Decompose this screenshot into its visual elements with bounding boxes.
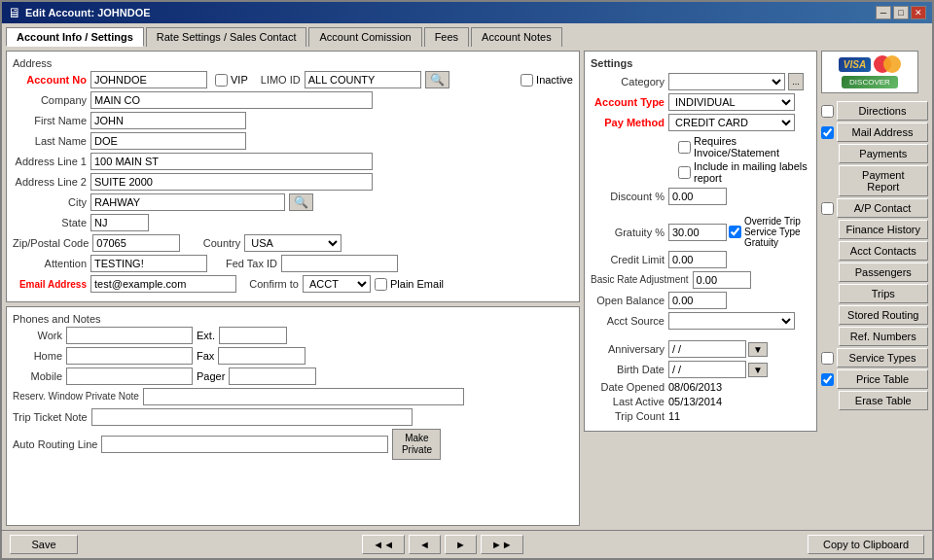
category-row: Category ... <box>591 73 810 90</box>
home-input[interactable] <box>66 347 193 365</box>
service-types-checkbox[interactable] <box>821 352 834 365</box>
category-select[interactable] <box>668 73 785 90</box>
mobile-input[interactable] <box>66 368 193 385</box>
first-name-row: First Name <box>13 112 573 129</box>
addr1-input[interactable] <box>90 153 373 170</box>
nav-last-button[interactable]: ►► <box>481 535 523 554</box>
nav-next-button[interactable]: ► <box>445 535 477 554</box>
service-types-button[interactable]: Service Types <box>837 348 928 368</box>
credit-limit-input[interactable] <box>668 251 727 268</box>
limo-search-button[interactable]: 🔍 <box>425 71 449 88</box>
addr2-input[interactable] <box>90 173 373 191</box>
birth-date-calendar-btn[interactable]: ▼ <box>748 363 768 377</box>
service-types-row: Service Types <box>821 348 928 368</box>
phones-label: Phones and Notes <box>13 313 573 325</box>
settings-label: Settings <box>591 57 810 69</box>
city-search-button[interactable]: 🔍 <box>289 193 313 211</box>
copy-to-clipboard-button[interactable]: Copy to Clipboard <box>808 535 924 554</box>
ext-input[interactable] <box>219 327 287 344</box>
directions-button[interactable]: Directions <box>837 101 928 121</box>
save-button[interactable]: Save <box>10 535 78 554</box>
override-checkbox[interactable] <box>729 226 741 238</box>
state-input[interactable] <box>90 214 149 231</box>
confirm-to-label: Confirm to <box>244 278 303 290</box>
erase-table-button[interactable]: Erase Table <box>839 391 928 410</box>
ap-contact-checkbox[interactable] <box>821 202 834 215</box>
category-extra-btn[interactable]: ... <box>788 73 804 90</box>
basic-rate-input[interactable] <box>693 271 751 289</box>
city-input[interactable] <box>90 193 285 211</box>
anniversary-calendar-btn[interactable]: ▼ <box>748 342 768 357</box>
tab-account-notes[interactable]: Account Notes <box>471 27 562 47</box>
address-label: Address <box>13 57 573 69</box>
req-invoice-checkbox[interactable] <box>678 141 691 154</box>
minimize-button[interactable]: ─ <box>876 6 891 19</box>
last-name-input[interactable] <box>90 132 246 150</box>
home-label: Home <box>13 350 66 362</box>
last-active-value: 05/13/2014 <box>668 396 722 407</box>
tab-rate-settings[interactable]: Rate Settings / Sales Contact <box>146 27 307 47</box>
close-button[interactable]: ✕ <box>911 6 926 19</box>
nav-first-button[interactable]: ◄◄ <box>362 535 405 554</box>
birth-date-input[interactable] <box>668 361 746 378</box>
trips-button[interactable]: Trips <box>839 284 928 303</box>
inactive-checkbox[interactable] <box>521 74 533 87</box>
mobile-label: Mobile <box>13 370 66 382</box>
gratuity-label: Gratuity % <box>591 227 668 238</box>
confirm-to-select[interactable]: ACCT <box>303 275 371 293</box>
date-opened-label: Date Opened <box>591 381 668 393</box>
make-private-button[interactable]: Make Private <box>392 429 441 460</box>
vip-checkbox[interactable] <box>215 74 228 87</box>
account-type-select[interactable]: INDIVIDUAL <box>668 93 795 111</box>
acct-source-select[interactable] <box>668 312 795 330</box>
zip-input[interactable] <box>92 234 180 252</box>
tab-account-info[interactable]: Account Info / Settings <box>6 27 144 47</box>
country-select[interactable]: USA <box>244 234 341 252</box>
discount-input[interactable] <box>668 188 727 205</box>
discount-row: Discount % <box>591 188 810 205</box>
company-input[interactable] <box>90 91 373 109</box>
work-input[interactable] <box>66 327 193 344</box>
price-table-checkbox[interactable] <box>821 373 834 386</box>
open-balance-input[interactable] <box>668 292 727 309</box>
trip-ticket-input[interactable] <box>91 408 413 426</box>
finance-history-button[interactable]: Finance History <box>839 220 928 239</box>
fax-input[interactable] <box>218 347 305 365</box>
price-table-button[interactable]: Price Table <box>837 369 928 389</box>
attention-input[interactable] <box>90 255 207 272</box>
email-input[interactable] <box>90 275 236 293</box>
pager-label: Pager <box>197 370 225 382</box>
mail-address-button[interactable]: Mail Address <box>837 122 928 142</box>
nav-prev-button[interactable]: ◄ <box>409 535 441 554</box>
mailing-checkbox[interactable] <box>678 166 691 179</box>
acct-contacts-button[interactable]: Acct Contacts <box>839 241 928 261</box>
anniversary-label: Anniversary <box>591 343 668 355</box>
mail-address-checkbox[interactable] <box>821 126 834 139</box>
passengers-button[interactable]: Passengers <box>839 262 928 282</box>
date-opened-row: Date Opened 08/06/2013 <box>591 381 810 393</box>
stored-routing-button[interactable]: Stored Routing <box>839 305 928 325</box>
pager-input[interactable] <box>229 368 316 385</box>
limo-id-input[interactable] <box>305 71 421 88</box>
first-name-input[interactable] <box>90 112 246 129</box>
auto-routing-input[interactable] <box>101 436 388 453</box>
fed-tax-id-input[interactable] <box>281 255 398 272</box>
plain-email-checkbox[interactable] <box>375 278 387 291</box>
account-no-input[interactable] <box>90 71 207 88</box>
tab-fees[interactable]: Fees <box>424 27 469 47</box>
maximize-button[interactable]: □ <box>893 6 909 19</box>
acct-source-row: Acct Source <box>591 312 810 330</box>
ref-numbers-button[interactable]: Ref. Numbers <box>839 327 928 346</box>
directions-checkbox[interactable] <box>821 105 834 118</box>
payments-button[interactable]: Payments <box>839 144 928 163</box>
addr1-label: Address Line 1 <box>13 156 90 167</box>
gratuity-input[interactable] <box>668 224 727 241</box>
tab-account-commission[interactable]: Account Comission <box>308 27 421 47</box>
last-active-row: Last Active 05/13/2014 <box>591 396 810 407</box>
first-name-label: First Name <box>13 115 90 126</box>
payment-report-button[interactable]: Payment Report <box>839 165 928 196</box>
anniversary-input[interactable] <box>668 340 746 358</box>
pay-method-select[interactable]: CREDIT CARD <box>668 114 795 131</box>
reserv-input[interactable] <box>143 388 464 405</box>
ap-contact-button[interactable]: A/P Contact <box>837 198 928 218</box>
